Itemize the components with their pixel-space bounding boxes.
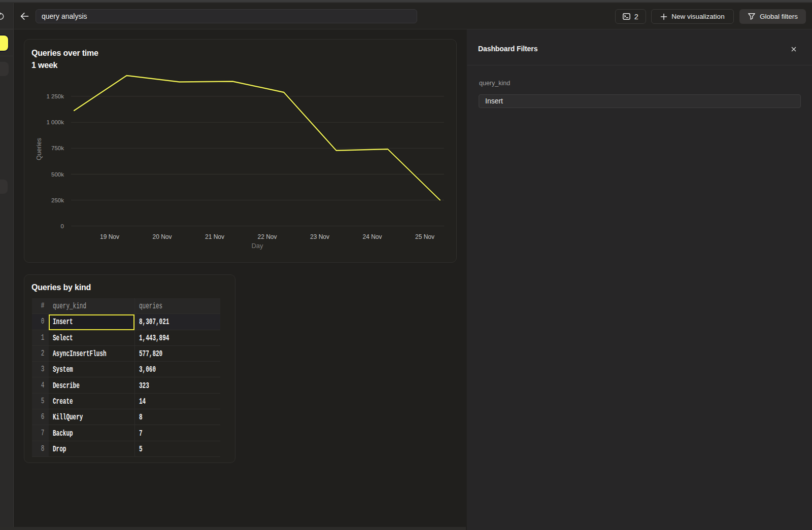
- svg-text:500k: 500k: [51, 171, 64, 178]
- svg-text:19 Nov: 19 Nov: [100, 233, 119, 240]
- svg-text:21 Nov: 21 Nov: [205, 233, 224, 240]
- svg-text:22 Nov: 22 Nov: [257, 233, 277, 240]
- svg-text:24 Nov: 24 Nov: [362, 233, 382, 240]
- svg-text:Queries: Queries: [36, 138, 43, 160]
- svg-text:250k: 250k: [51, 197, 64, 203]
- svg-text:25 Nov: 25 Nov: [415, 233, 434, 240]
- svg-text:750k: 750k: [51, 145, 64, 151]
- svg-text:Day: Day: [251, 242, 263, 250]
- svg-text:0: 0: [61, 223, 64, 229]
- svg-text:23 Nov: 23 Nov: [310, 233, 329, 240]
- svg-text:1 000k: 1 000k: [46, 119, 64, 125]
- svg-text:20 Nov: 20 Nov: [152, 233, 172, 240]
- svg-text:1 250k: 1 250k: [46, 93, 64, 99]
